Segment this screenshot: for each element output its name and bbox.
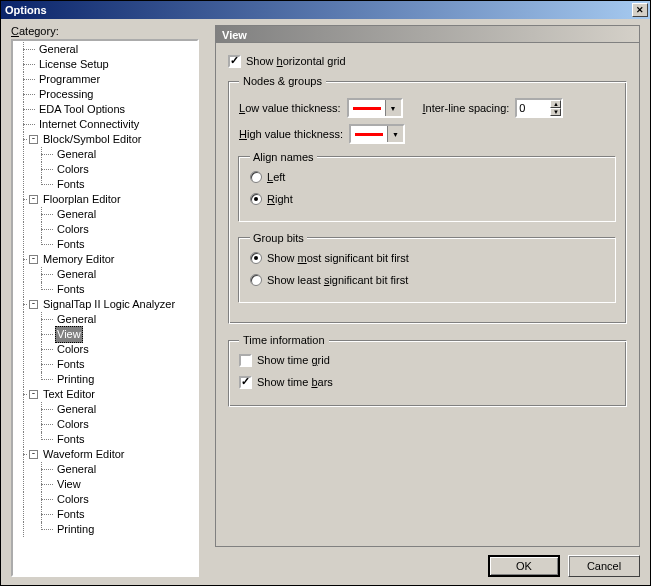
align-right-row[interactable]: Right	[250, 191, 605, 207]
tree-item-general[interactable]: General	[15, 42, 197, 57]
tree-node-label[interactable]: Fonts	[55, 357, 87, 372]
tree-node-label[interactable]: Colors	[55, 342, 91, 357]
tree-item-fonts[interactable]: Fonts	[15, 357, 197, 372]
tree-item-general[interactable]: General	[15, 312, 197, 327]
tree-node-label[interactable]: Fonts	[55, 507, 87, 522]
tree-item-general[interactable]: General	[15, 147, 197, 162]
tree-item-internet-connectivity[interactable]: Internet Connectivity	[15, 117, 197, 132]
chevron-down-icon[interactable]	[387, 126, 403, 142]
tree-item-fonts[interactable]: Fonts	[15, 237, 197, 252]
msb-radio[interactable]	[250, 252, 262, 264]
align-right-radio[interactable]	[250, 193, 262, 205]
tree-expander-icon[interactable]: -	[29, 195, 38, 204]
tree-item-license-setup[interactable]: License Setup	[15, 57, 197, 72]
tree-expander-icon[interactable]: -	[29, 450, 38, 459]
show-horizontal-grid-checkbox[interactable]	[228, 55, 241, 68]
tree-node-label[interactable]: Internet Connectivity	[37, 117, 141, 132]
tree-item-general[interactable]: General	[15, 207, 197, 222]
tree-node-label[interactable]: General	[55, 402, 98, 417]
tree-node-label[interactable]: Colors	[55, 222, 91, 237]
tree-node-label[interactable]: Fonts	[55, 237, 87, 252]
tree-item-fonts[interactable]: Fonts	[15, 177, 197, 192]
high-thickness-combo[interactable]	[349, 124, 405, 144]
tree-node-label[interactable]: Floorplan Editor	[41, 192, 123, 207]
tree-node-label[interactable]: General	[55, 312, 98, 327]
close-icon[interactable]: ✕	[632, 3, 648, 17]
tree-node-label[interactable]: General	[55, 267, 98, 282]
tree-node-label[interactable]: Colors	[55, 417, 91, 432]
interline-spinner[interactable]: ▲▼	[515, 98, 563, 118]
low-thickness-combo[interactable]	[347, 98, 403, 118]
tree-node-label[interactable]: Colors	[55, 162, 91, 177]
category-tree[interactable]: GeneralLicense SetupProgrammerProcessing…	[13, 41, 197, 575]
tree-group-signaltap-ii-logic-analyzer[interactable]: -SignalTap II Logic Analyzer	[15, 297, 197, 312]
tree-item-programmer[interactable]: Programmer	[15, 72, 197, 87]
tree-node-label[interactable]: Waveform Editor	[41, 447, 127, 462]
ok-button[interactable]: OK	[488, 555, 560, 577]
tree-node-label[interactable]: Processing	[37, 87, 95, 102]
tree-group-block-symbol-editor[interactable]: -Block/Symbol Editor	[15, 132, 197, 147]
tree-item-colors[interactable]: Colors	[15, 342, 197, 357]
tree-item-eda-tool-options[interactable]: EDA Tool Options	[15, 102, 197, 117]
tree-group-memory-editor[interactable]: -Memory Editor	[15, 252, 197, 267]
tree-item-colors[interactable]: Colors	[15, 162, 197, 177]
lsb-radio[interactable]	[250, 274, 262, 286]
spin-down-icon[interactable]: ▼	[550, 108, 561, 116]
tree-item-view[interactable]: View	[15, 477, 197, 492]
time-grid-row[interactable]: Show time grid	[239, 352, 616, 368]
tree-item-colors[interactable]: Colors	[15, 222, 197, 237]
tree-node-label[interactable]: General	[55, 147, 98, 162]
align-left-radio[interactable]	[250, 171, 262, 183]
time-bars-row[interactable]: Show time bars	[239, 374, 616, 390]
tree-group-text-editor[interactable]: -Text Editor	[15, 387, 197, 402]
tree-item-printing[interactable]: Printing	[15, 372, 197, 387]
time-grid-checkbox[interactable]	[239, 354, 252, 367]
tree-node-label[interactable]: Printing	[55, 522, 96, 537]
chevron-down-icon[interactable]	[385, 100, 401, 116]
tree-node-label[interactable]: Fonts	[55, 432, 87, 447]
tree-node-label[interactable]: Memory Editor	[41, 252, 117, 267]
tree-node-label[interactable]: Text Editor	[41, 387, 97, 402]
tree-item-fonts[interactable]: Fonts	[15, 432, 197, 447]
lsb-row[interactable]: Show least significant bit first	[250, 272, 605, 288]
tree-item-colors[interactable]: Colors	[15, 492, 197, 507]
tree-node-label[interactable]: View	[55, 477, 83, 492]
tree-group-waveform-editor[interactable]: -Waveform Editor	[15, 447, 197, 462]
tree-node-label[interactable]: General	[37, 42, 80, 57]
show-horizontal-grid-label: Show horizontal grid	[246, 55, 346, 67]
tree-node-label[interactable]: Fonts	[55, 282, 87, 297]
tree-item-view[interactable]: View	[15, 327, 197, 342]
tree-item-colors[interactable]: Colors	[15, 417, 197, 432]
tree-item-fonts[interactable]: Fonts	[15, 282, 197, 297]
tree-expander-icon[interactable]: -	[29, 135, 38, 144]
tree-node-label[interactable]: License Setup	[37, 57, 111, 72]
tree-item-fonts[interactable]: Fonts	[15, 507, 197, 522]
tree-item-general[interactable]: General	[15, 267, 197, 282]
time-info-fieldset: Time information Show time grid Show tim…	[228, 334, 627, 407]
tree-node-label[interactable]: Printing	[55, 372, 96, 387]
msb-row[interactable]: Show most significant bit first	[250, 250, 605, 266]
show-horizontal-grid-row[interactable]: Show horizontal grid	[228, 53, 627, 69]
tree-item-general[interactable]: General	[15, 462, 197, 477]
tree-node-label[interactable]: EDA Tool Options	[37, 102, 127, 117]
tree-node-label[interactable]: Fonts	[55, 177, 87, 192]
tree-node-label[interactable]: Block/Symbol Editor	[41, 132, 143, 147]
cancel-button[interactable]: Cancel	[568, 555, 640, 577]
tree-item-processing[interactable]: Processing	[15, 87, 197, 102]
tree-node-label[interactable]: Colors	[55, 492, 91, 507]
spin-up-icon[interactable]: ▲	[550, 100, 561, 108]
time-bars-checkbox[interactable]	[239, 376, 252, 389]
tree-node-label[interactable]: View	[55, 326, 83, 343]
tree-expander-icon[interactable]: -	[29, 255, 38, 264]
tree-node-label[interactable]: General	[55, 207, 98, 222]
tree-expander-icon[interactable]: -	[29, 300, 38, 309]
tree-node-label[interactable]: General	[55, 462, 98, 477]
tree-group-floorplan-editor[interactable]: -Floorplan Editor	[15, 192, 197, 207]
tree-item-general[interactable]: General	[15, 402, 197, 417]
tree-item-printing[interactable]: Printing	[15, 522, 197, 537]
tree-node-label[interactable]: Programmer	[37, 72, 102, 87]
tree-expander-icon[interactable]: -	[29, 390, 38, 399]
interline-input[interactable]	[517, 100, 550, 116]
align-left-row[interactable]: Left	[250, 169, 605, 185]
tree-node-label[interactable]: SignalTap II Logic Analyzer	[41, 297, 177, 312]
